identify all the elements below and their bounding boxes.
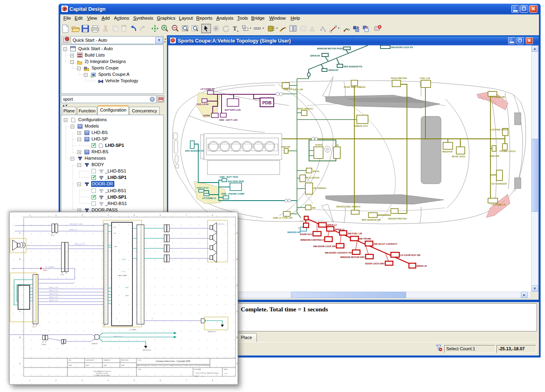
svg-text:C: C	[236, 310, 238, 313]
svg-text:SPKR-LR: SPKR-LR	[417, 265, 427, 267]
svg-text:DATE: DATE	[86, 365, 89, 366]
svg-text:1: 1	[29, 379, 31, 382]
svg-text:T: T	[366, 26, 368, 30]
svg-text:6: 6	[160, 379, 161, 382]
svg-text:WINDOW CONTROLS: WINDOW CONTROLS	[301, 239, 324, 241]
svg-text:GND LF A PILLAR: GND LF A PILLAR	[273, 217, 293, 219]
svg-text:4: 4	[108, 214, 109, 216]
svg-text:BATTERY-LHD: BATTERY-LHD	[225, 109, 241, 111]
svg-text:SRS SENSOR DR: SRS SENSOR DR	[362, 219, 380, 221]
svg-text:8: 8	[212, 214, 213, 216]
svg-text:AUDIO_5 0.8: AUDIO_5 0.8	[49, 300, 58, 301]
svg-text:DIRN-1: DIRN-1	[43, 270, 48, 271]
svg-text:SPKR_RF_P 1.0 BK: SPKR_RF_P 1.0 BK	[69, 223, 83, 225]
svg-text:DRIVER SIDE AIRBAG: DRIVER SIDE AIRBAG	[336, 205, 361, 208]
svg-text:SHEET: SHEET	[224, 369, 228, 370]
svg-text:2: 2	[55, 379, 57, 382]
svg-text:Company Name here - Copyright: Company Name here - Copyright 2008	[156, 360, 190, 362]
svg-text:SPKR-LF: SPKR-LF	[335, 228, 345, 231]
svg-text:C: C	[19, 310, 21, 313]
svg-text:GND-RM: GND-RM	[490, 155, 499, 157]
svg-text:CD CHANGER: CD CHANGER	[491, 183, 507, 185]
svg-text:SPKR-LT: SPKR-LT	[327, 224, 337, 226]
svg-text:PDB: PDB	[262, 100, 271, 105]
svg-text:A: A	[236, 362, 238, 365]
svg-text:D: D	[236, 284, 238, 286]
svg-text:AUDIO_1 0.8: AUDIO_1 0.8	[49, 287, 58, 288]
svg-text:TRUNK LATCH: TRUNK LATCH	[499, 150, 515, 152]
svg-text:SW-DOOR LOCK PS: SW-DOOR LOCK PS	[391, 46, 413, 49]
svg-text:S-AUDIO-AMP: S-AUDIO-AMP	[118, 275, 127, 276]
svg-text:SW-DOOR LOCKOUT PS: SW-DOOR LOCKOUT PS	[325, 252, 352, 254]
svg-text:FOG LP-LF: FOG LP-LF	[197, 187, 209, 189]
svg-text:IP CLUSTER: IP CLUSTER	[306, 177, 319, 179]
svg-text:FILE NAME: FILE NAME	[194, 369, 201, 370]
svg-text:P01: P01	[114, 227, 116, 228]
svg-text:LP COMB-LF: LP COMB-LF	[202, 197, 216, 199]
svg-text:AUDIO: AUDIO	[315, 144, 323, 146]
svg-text:SW-VALET LOCKOUT: SW-VALET LOCKOUT	[374, 243, 397, 245]
svg-text:SPKR_LF_P 1.0: SPKR_LF_P 1.0	[75, 244, 85, 245]
svg-text:GenesisWiring_2AudioPrototype: GenesisWiring_2AudioPrototype	[195, 372, 219, 374]
svg-text:SCALE: SCALE	[194, 376, 198, 377]
svg-text:PROPERTY OF THE: PROPERTY OF THE	[96, 373, 108, 374]
svg-text:FOG LP-RF: FOG LP-RF	[197, 103, 209, 106]
svg-text:UNAUTHORIZED USE - REPRODUCTIO: UNAUTHORIZED USE - REPRODUCTION OF THIS …	[136, 365, 209, 366]
svg-text:LICENSE LIGHT: LICENSE LIGHT	[491, 128, 508, 131]
svg-text:HORN: HORN	[203, 114, 210, 117]
svg-text:SRS SENSOR PS: SRS SENSOR PS	[344, 65, 362, 68]
svg-text:DOOR LOCK DRV: DOOR LOCK DRV	[365, 262, 384, 265]
svg-text:WINDOW MOTOR PASS: WINDOW MOTOR PASS	[317, 47, 343, 50]
svg-text:F: F	[236, 232, 238, 234]
svg-text:5: 5	[134, 379, 135, 382]
svg-text:C7 C8: C7 C8	[60, 274, 64, 276]
svg-text:AIRBAG ECU: AIRBAG ECU	[354, 125, 368, 127]
svg-text:F: F	[19, 232, 20, 234]
svg-text:SW-TRUNK: SW-TRUNK	[359, 238, 372, 240]
svg-text:WOOFER: WOOFER	[442, 150, 453, 153]
svg-text:DATE: DATE	[121, 365, 124, 366]
svg-text:CHECKED BY: CHECKED BY	[86, 360, 95, 361]
svg-text:REV: REV	[69, 360, 71, 361]
svg-text:4: 4	[108, 379, 109, 382]
svg-text:8: 8	[212, 379, 213, 382]
svg-text:XMIRROR: XMIRROR	[92, 343, 98, 345]
svg-text:GND-FM: GND-FM	[281, 146, 290, 148]
svg-text:LP_COMB 0.8: LP_COMB 0.8	[45, 266, 55, 268]
svg-text:SPKR RF: SPKR RF	[218, 223, 224, 225]
svg-text:FUEL LID: FUEL LID	[420, 77, 430, 79]
svg-text:SPKR-RF: SPKR-RF	[310, 55, 321, 57]
svg-text:SW-DOOR LOCK DR: SW-DOOR LOCK DR	[313, 245, 336, 248]
svg-text:7: 7	[186, 214, 187, 216]
svg-text:PASS PRETEN: PASS PRETEN	[391, 77, 407, 79]
svg-text:MIRROR-DR: MIRROR-DR	[287, 231, 301, 234]
svg-text:IL_RF: IL_RF	[122, 259, 126, 260]
svg-text:AUDIO_4 0.8: AUDIO_4 0.8	[49, 297, 58, 298]
svg-text:AU2: AU2	[126, 295, 128, 297]
svg-text:B: B	[236, 336, 238, 339]
svg-text:7: 7	[186, 379, 187, 382]
svg-text:IL_LF: IL_LF	[122, 271, 125, 272]
svg-text:BATTERY-RHD: BATTERY-RHD	[228, 180, 244, 183]
svg-text:SW-IG: SW-IG	[313, 170, 320, 173]
svg-text:DATE: DATE	[69, 365, 72, 366]
svg-text:PASS SIDE AIRBAG: PASS SIDE AIRBAG	[344, 86, 366, 88]
svg-text:P02: P02	[114, 233, 116, 234]
svg-text:AU1: AU1	[126, 287, 128, 288]
svg-text:6: 6	[160, 214, 161, 216]
svg-text:LP COMB-LR: LP COMB-LR	[491, 203, 506, 206]
svg-text:BAT-SPLICE: BAT-SPLICE	[208, 331, 216, 333]
svg-text:DATE: DATE	[104, 365, 107, 366]
svg-text:DR AIRBAG: DR AIRBAG	[313, 187, 327, 189]
svg-text:GND - ENGINE COMP: GND - ENGINE COMP	[221, 193, 244, 195]
svg-text:B.C: B.C	[298, 227, 301, 229]
svg-text:DRIVER PRETEN: DRIVER PRETEN	[388, 217, 407, 220]
svg-text:LP-COURTESY DR: LP-COURTESY DR	[400, 254, 420, 256]
svg-text:COMPANY SHOWN HERE: COMPANY SHOWN HERE	[94, 375, 110, 376]
svg-text:DRAWN BY: DRAWN BY	[104, 360, 111, 361]
svg-text:5: 5	[134, 214, 135, 216]
svg-text:C3 C4: C3 C4	[51, 235, 54, 236]
svg-text:SW-FUEL LID: SW-FUEL LID	[348, 232, 362, 235]
svg-text:B.C: B.C	[300, 220, 304, 222]
svg-text:T: T	[233, 25, 237, 32]
